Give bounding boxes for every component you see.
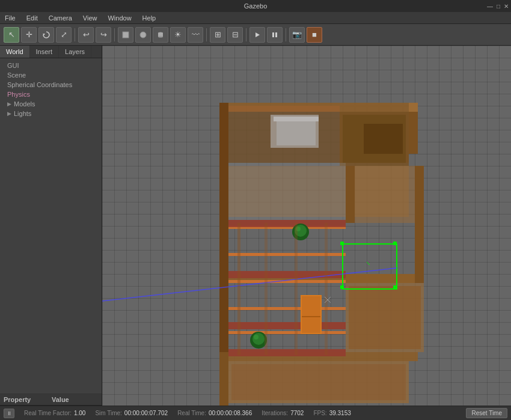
svg-rect-23: [219, 352, 228, 406]
reset-time-btn[interactable]: Reset Time: [466, 408, 507, 418]
record-btn[interactable]: ■: [307, 27, 322, 43]
fps-value: 39.3153: [329, 410, 351, 416]
tree-models[interactable]: ▶ Models: [0, 99, 102, 109]
fps-item: FPS: 39.3153: [313, 410, 350, 416]
snap-btn[interactable]: ⊞: [210, 27, 225, 43]
tree-gui[interactable]: GUI: [0, 61, 102, 70]
property-header: Property Value: [0, 394, 102, 406]
close-btn[interactable]: ✕: [504, 3, 509, 10]
real-time-label: Real Time:: [177, 410, 206, 416]
fps-label: FPS:: [313, 410, 326, 416]
mirror-btn[interactable]: ⊟: [227, 27, 243, 43]
svg-rect-58: [393, 285, 397, 289]
pause-control[interactable]: ⏸: [4, 409, 14, 418]
svg-rect-41: [228, 220, 346, 227]
svg-rect-66: [237, 223, 240, 355]
svg-rect-61: [274, 117, 319, 121]
play-btn[interactable]: [249, 27, 265, 43]
svg-rect-62: [277, 121, 316, 145]
svg-rect-53: [302, 316, 320, 317]
tree-spherical-label: Spherical Coordinates: [7, 81, 72, 88]
svg-point-2: [140, 32, 146, 38]
sep3: [206, 28, 207, 41]
tab-insert[interactable]: Insert: [30, 46, 60, 58]
maximize-btn[interactable]: □: [497, 3, 500, 10]
svg-rect-64: [228, 163, 346, 220]
tree-view: GUI Scene Spherical Coordinates Physics …: [0, 58, 102, 394]
scene-svg: [102, 46, 511, 406]
svg-rect-7: [272, 32, 274, 37]
menu-view[interactable]: View: [81, 14, 100, 22]
add-cylinder-btn[interactable]: [153, 27, 168, 43]
tree-spherical[interactable]: Spherical Coordinates: [0, 80, 102, 90]
pause-btn[interactable]: ⏸: [4, 409, 14, 418]
tree-gui-label: GUI: [7, 62, 19, 69]
tree-physics-label: Physics: [7, 91, 30, 98]
panel-tabs: World Insert Layers: [0, 46, 102, 58]
add-wave-btn[interactable]: 〰: [188, 27, 203, 43]
translate-tool-btn[interactable]: ✛: [21, 27, 37, 43]
stop-btn[interactable]: [267, 27, 283, 43]
redo-btn[interactable]: ↪: [96, 27, 111, 43]
screenshot-btn[interactable]: 📷: [289, 27, 305, 43]
add-light-btn[interactable]: ☀: [170, 27, 186, 43]
status-bar: ⏸ Real Time Factor: 1.00 Sim Time: 00:00…: [0, 406, 511, 420]
lights-arrow: ▶: [7, 111, 11, 117]
svg-rect-67: [265, 223, 268, 355]
tab-layers[interactable]: Layers: [59, 46, 91, 58]
svg-rect-65: [409, 103, 418, 112]
menu-bar: File Edit Camera View Window Help: [0, 12, 511, 24]
tree-lights-label: Lights: [14, 110, 31, 117]
svg-rect-69: [325, 223, 328, 355]
sep4: [246, 28, 246, 41]
rotate-tool-btn[interactable]: [38, 27, 54, 43]
sim-time-item: Sim Time: 00:00:00:07.702: [95, 410, 168, 416]
tree-scene-label: Scene: [7, 72, 26, 79]
svg-rect-1: [123, 32, 129, 38]
select-tool-btn[interactable]: ↖: [4, 27, 19, 43]
undo-btn[interactable]: ↩: [78, 27, 94, 43]
value-col: Value: [52, 396, 69, 403]
real-time-value: 00:00:00:08.366: [209, 410, 252, 416]
toolbar: ↖ ✛ ⤢ ↩ ↪ ☀ 〰 ⊞ ⊟ 📷 ■: [0, 24, 511, 46]
svg-point-5: [158, 35, 163, 37]
window-title: Gazebo: [244, 2, 268, 10]
svg-rect-42: [228, 271, 346, 278]
menu-file[interactable]: File: [2, 14, 18, 22]
real-time-factor: Real Time Factor: 1.00: [24, 410, 85, 416]
rtf-value: 1.00: [74, 410, 85, 416]
svg-line-59: [367, 262, 370, 265]
add-sphere-btn[interactable]: [135, 27, 151, 43]
iterations-value: 7702: [290, 410, 304, 416]
tree-scene[interactable]: Scene: [0, 70, 102, 80]
tree-lights[interactable]: ▶ Lights: [0, 109, 102, 118]
add-box-btn[interactable]: [118, 27, 133, 43]
window-controls[interactable]: — □ ✕: [487, 3, 509, 10]
viewport[interactable]: [102, 46, 511, 406]
svg-rect-25: [231, 364, 406, 400]
svg-rect-32: [415, 166, 424, 283]
tab-world[interactable]: World: [0, 46, 30, 58]
svg-rect-56: [393, 242, 397, 245]
menu-edit[interactable]: Edit: [24, 14, 40, 22]
main-layout: World Insert Layers GUI Scene Spherical …: [0, 46, 511, 406]
menu-window[interactable]: Window: [105, 14, 133, 22]
tree-models-label: Models: [14, 100, 35, 108]
svg-rect-31: [346, 274, 418, 283]
svg-rect-43: [228, 322, 346, 329]
property-col: Property: [4, 396, 52, 403]
sim-time-value: 00:00:00:07.702: [124, 410, 168, 416]
svg-rect-44: [228, 349, 346, 356]
viewport-canvas: [102, 46, 511, 406]
menu-camera[interactable]: Camera: [46, 14, 75, 22]
svg-rect-35: [349, 286, 421, 349]
tree-physics[interactable]: Physics: [0, 90, 102, 99]
scale-tool-btn[interactable]: ⤢: [56, 27, 72, 43]
sim-time-label: Sim Time:: [95, 410, 121, 416]
rtf-label: Real Time Factor:: [24, 410, 72, 416]
menu-help[interactable]: Help: [140, 14, 159, 22]
sep5: [286, 28, 286, 41]
minimize-btn[interactable]: —: [487, 3, 493, 10]
svg-rect-8: [275, 32, 277, 37]
svg-point-49: [252, 333, 265, 345]
